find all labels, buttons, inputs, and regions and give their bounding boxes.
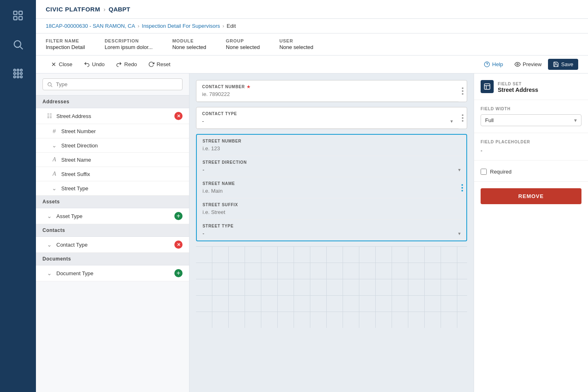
sidebar-item-street-type[interactable]: ⌄ Street Type	[36, 181, 189, 196]
field-placeholder-label: FIELD PLACEHOLDER	[481, 140, 581, 144]
redo-button[interactable]: Redo	[111, 59, 142, 70]
contact-number-menu[interactable]	[459, 80, 467, 102]
svg-line-5	[20, 47, 22, 49]
group-value: None selected	[226, 44, 260, 50]
street-name-label: STREET NAME	[203, 181, 452, 186]
sidebar-item-street-number[interactable]: # Street Number	[36, 124, 189, 138]
sidebar-item-street-name[interactable]: A Street Name	[36, 153, 189, 167]
sidebar-item-street-suffix[interactable]: A Street Suffix	[36, 167, 189, 181]
sidebar-item-street-direction[interactable]: ⌄ Street Direction	[36, 138, 189, 153]
street-direction-select[interactable]: -	[203, 167, 458, 173]
section-header-addresses: Addresses	[36, 96, 189, 108]
svg-rect-2	[14, 16, 17, 20]
field-width-section: FIELD WIDTH Full Half Quarter ▾	[474, 100, 588, 133]
left-panel: Addresses ☷ Street Address ✕ # Street Nu…	[36, 74, 189, 392]
street-direction-field: STREET DIRECTION - ▾	[197, 156, 466, 177]
reset-button[interactable]: Reset	[143, 59, 175, 70]
toolbar: Close Undo Redo Reset Help Preview	[36, 56, 588, 74]
svg-point-7	[17, 69, 19, 71]
street-number-field: STREET NUMBER	[197, 135, 466, 156]
contact-number-label: CONTACT NUMBER ★	[202, 85, 453, 89]
street-suffix-input[interactable]	[203, 209, 461, 215]
help-button[interactable]: Help	[479, 59, 508, 70]
field-width-label: FIELD WIDTH	[481, 107, 581, 111]
svg-rect-3	[19, 16, 22, 20]
contact-number-card: CONTACT NUMBER ★	[196, 80, 467, 102]
required-checkbox[interactable]	[481, 169, 487, 175]
filter-name-value: Inspection Detail	[46, 44, 85, 50]
sidebar-label-street-address: Street Address	[56, 113, 171, 119]
contact-type-select[interactable]: -	[202, 118, 450, 124]
undo-button[interactable]: Undo	[79, 59, 109, 70]
sidebar-label-street-type: Street Type	[61, 185, 183, 192]
chevron-down-icon: ⌄	[51, 142, 58, 149]
required-section: Required	[474, 160, 588, 182]
text-icon: A	[51, 156, 58, 163]
save-button[interactable]: Save	[548, 59, 578, 70]
meta-description: DESCRIPTION Lorem ipsum dolor...	[105, 38, 153, 50]
search-input[interactable]	[56, 81, 178, 87]
add-badge-asset-type[interactable]: +	[174, 212, 183, 220]
field-placeholder-value: -	[481, 147, 581, 154]
search-icon	[47, 82, 53, 87]
meta-filter-name: FILTER NAME Inspection Detail	[46, 38, 85, 50]
sidebar-item-contact-type[interactable]: ⌄ Contact Type ✕	[36, 237, 189, 253]
contact-number-row: CONTACT NUMBER ★	[196, 80, 467, 102]
field-set-label: FIELD SET	[498, 82, 521, 86]
svg-rect-1	[19, 11, 22, 15]
meta-row: FILTER NAME Inspection Detail DESCRIPTIO…	[36, 33, 588, 56]
field-width-select[interactable]: Full Half Quarter	[485, 117, 574, 123]
grid-icon[interactable]	[9, 7, 27, 26]
remove-button[interactable]: REMOVE	[481, 188, 581, 204]
module-label: MODULE	[172, 38, 206, 43]
contact-type-card: CONTACT TYPE - ▾	[196, 107, 467, 129]
chevron-down-icon-doc: ⌄	[46, 270, 53, 276]
preview-button[interactable]: Preview	[510, 59, 546, 70]
svg-point-10	[17, 73, 19, 75]
breadcrumb-item-1[interactable]: 18CAP-00000630 - SAN RAMON, CA	[46, 23, 135, 29]
contact-number-input[interactable]	[202, 91, 453, 97]
street-type-select[interactable]: -	[203, 230, 458, 236]
add-badge-document-type[interactable]: +	[174, 269, 183, 277]
street-type-label: STREET TYPE	[203, 224, 461, 228]
required-asterisk: ★	[247, 85, 251, 89]
street-name-input[interactable]	[203, 188, 452, 194]
sidebar-item-street-address[interactable]: ☷ Street Address ✕	[36, 108, 189, 124]
header-chevron: ›	[103, 6, 105, 13]
required-checkbox-wrap: Required	[481, 169, 581, 175]
contact-type-menu[interactable]	[459, 107, 467, 129]
street-number-label: STREET NUMBER	[203, 139, 461, 143]
sidebar-item-asset-type[interactable]: ⌄ Asset Type +	[36, 208, 189, 224]
select-arrow-street-type: ▾	[458, 231, 461, 236]
description-value: Lorem ipsum dolor...	[105, 44, 153, 50]
remove-badge-contact-type[interactable]: ✕	[174, 241, 183, 249]
street-name-row: STREET NAME	[197, 177, 466, 198]
street-name-field: STREET NAME	[197, 177, 458, 198]
page-body: Addresses ☷ Street Address ✕ # Street Nu…	[36, 74, 588, 392]
text-icon-suffix: A	[51, 171, 58, 177]
group-label: GROUP	[226, 38, 260, 43]
street-name-menu[interactable]	[458, 177, 466, 198]
sidebar-item-document-type[interactable]: ⌄ Document Type +	[36, 265, 189, 281]
user-value: None selected	[279, 44, 313, 50]
select-arrow-street-dir: ▾	[458, 167, 461, 173]
sidebar-label-street-number: Street Number	[61, 128, 183, 134]
section-assets: Assets ⌄ Asset Type +	[36, 196, 189, 224]
apps-icon[interactable]	[9, 65, 27, 84]
field-placeholder-section: FIELD PLACEHOLDER -	[474, 133, 588, 160]
breadcrumb-sep-1: ›	[138, 23, 139, 29]
street-number-input[interactable]	[203, 145, 461, 151]
search-icon[interactable]	[9, 36, 27, 55]
contact-number-field: CONTACT NUMBER ★	[196, 80, 459, 102]
main-content: CIVIC PLATFORM › QABPT 18CAP-00000630 - …	[36, 0, 588, 392]
breadcrumb-item-2[interactable]: Inspection Detail For Supervisors	[142, 23, 220, 29]
search-box	[36, 74, 189, 96]
street-direction-label: STREET DIRECTION	[203, 160, 461, 165]
close-button[interactable]: Close	[46, 59, 77, 70]
street-suffix-label: STREET SUFFIX	[203, 203, 461, 207]
hash-icon: #	[51, 128, 58, 134]
section-header-assets: Assets	[36, 196, 189, 208]
remove-badge-street-address[interactable]: ✕	[174, 112, 183, 120]
contact-type-row: CONTACT TYPE - ▾	[196, 107, 467, 129]
chevron-down-icon-contact: ⌄	[46, 241, 53, 248]
